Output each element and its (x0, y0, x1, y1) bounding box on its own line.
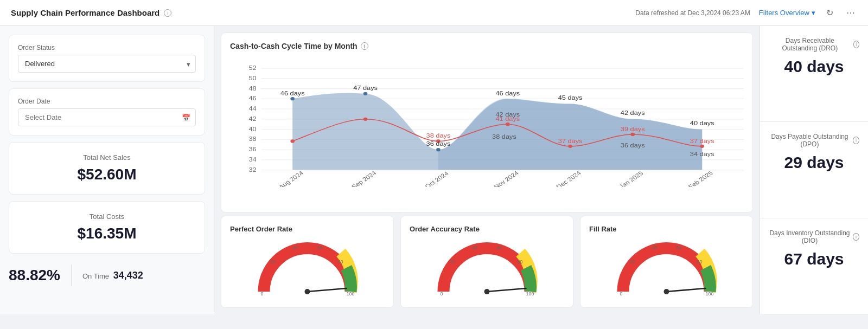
total-net-sales-card: Total Net Sales $52.60M (9, 142, 205, 195)
filters-overview-button[interactable]: Filters Overview ▾ (759, 9, 815, 17)
svg-point-64 (305, 289, 310, 294)
on-time-label: On Time (82, 272, 109, 280)
svg-text:36: 36 (248, 146, 256, 152)
vertical-divider (71, 265, 72, 286)
svg-text:38 days: 38 days (426, 132, 451, 139)
svg-point-26 (506, 122, 510, 126)
svg-text:42 days: 42 days (496, 111, 520, 118)
svg-text:Aug 2024: Aug 2024 (277, 169, 304, 187)
dpo-info-icon[interactable]: i (853, 137, 859, 144)
svg-point-31 (363, 92, 368, 95)
svg-text:37 days: 37 days (558, 138, 583, 144)
order-date-label: Order Date (18, 98, 196, 105)
chevron-down-icon: ▾ (812, 9, 815, 17)
on-time-info: On Time 34,432 (82, 270, 143, 281)
order-accuracy-rate-title: Order Accuracy Rate (410, 225, 564, 233)
svg-text:48: 48 (248, 85, 256, 92)
svg-point-23 (290, 139, 295, 143)
svg-text:80: 80 (338, 259, 343, 265)
dro-value: 40 days (769, 57, 859, 76)
svg-text:20: 20 (271, 259, 276, 265)
left-panel: Order Status Delivered Pending Shipped C… (0, 26, 214, 314)
dashboard-title: Supply Chain Performance Dashboard (11, 8, 159, 17)
main-layout: Order Status Delivered Pending Shipped C… (0, 26, 868, 329)
order-status-card: Order Status Delivered Pending Shipped C… (9, 35, 205, 82)
chart-title: Cash-to-Cash Cycle Time by Month i (230, 42, 744, 50)
order-date-card: Order Date 📅 (9, 88, 205, 136)
svg-text:0: 0 (620, 291, 623, 296)
svg-text:34: 34 (248, 156, 257, 163)
svg-text:60: 60 (497, 245, 502, 250)
dpo-label: Days Payable Outstanding (DPO) i (769, 133, 859, 148)
svg-text:Feb 2025: Feb 2025 (687, 170, 714, 187)
top-bar-right: Data refreshed at Dec 3,2024 06:23 AM Fi… (635, 5, 857, 20)
fill-rate-card: Fill Rate 0 20 40 60 80 100 (580, 216, 753, 308)
order-accuracy-gauge: 0 20 40 60 80 100 (410, 237, 564, 297)
svg-text:46 days: 46 days (280, 90, 305, 96)
svg-text:60: 60 (676, 245, 682, 250)
svg-text:47 days: 47 days (353, 85, 378, 91)
svg-text:20: 20 (450, 259, 456, 265)
order-status-label: Order Status (18, 44, 196, 51)
svg-text:Jan 2025: Jan 2025 (617, 170, 644, 187)
total-net-sales-label: Total Net Sales (18, 153, 196, 162)
svg-text:100: 100 (526, 291, 534, 296)
dpo-value: 29 days (769, 153, 859, 172)
svg-text:40: 40 (652, 245, 658, 250)
total-net-sales-value: $52.60M (18, 166, 196, 183)
top-bar-left: Supply Chain Performance Dashboard i (11, 8, 171, 17)
right-panel: Days Receivable Outstanding (DRO) i 40 d… (760, 26, 868, 314)
total-costs-label: Total Costs (18, 212, 196, 221)
refresh-icon[interactable]: ↻ (824, 5, 835, 20)
svg-text:Oct 2024: Oct 2024 (423, 170, 450, 187)
svg-text:0: 0 (261, 291, 264, 296)
chart-info-icon[interactable]: i (361, 42, 368, 50)
svg-text:80: 80 (697, 259, 703, 265)
dpo-card: Days Payable Outstanding (DPO) i 29 days (760, 122, 868, 218)
top-bar: Supply Chain Performance Dashboard i Dat… (0, 0, 868, 26)
svg-text:36 days: 36 days (426, 140, 451, 147)
gauge-row: Perfect Order Rate 0 20 40 60 80 (221, 216, 753, 308)
dro-label: Days Receivable Outstanding (DRO) i (769, 37, 859, 52)
order-accuracy-rate-card: Order Accuracy Rate 0 20 40 60 80 100 (400, 216, 573, 308)
center-panel: Cash-to-Cash Cycle Time by Month i (214, 26, 760, 314)
title-info-icon[interactable]: i (164, 9, 171, 17)
svg-point-29 (700, 145, 704, 148)
on-time-percentage: 88.82% (9, 267, 60, 284)
dio-value: 67 days (769, 250, 859, 268)
fill-rate-title: Fill Rate (589, 225, 744, 233)
more-options-icon[interactable]: ⋯ (844, 5, 857, 20)
date-input[interactable] (18, 108, 196, 126)
dio-info-icon[interactable]: i (853, 233, 859, 241)
svg-text:40: 40 (248, 126, 257, 132)
order-status-select[interactable]: Delivered Pending Shipped Cancelled (18, 55, 196, 73)
svg-point-27 (568, 145, 572, 148)
dro-info-icon[interactable]: i (853, 41, 859, 48)
svg-text:46 days: 46 days (496, 90, 520, 96)
bottom-stats: 88.82% On Time 34,432 (9, 260, 205, 286)
svg-point-28 (630, 133, 635, 136)
svg-text:Dec 2024: Dec 2024 (554, 169, 582, 187)
svg-text:42: 42 (248, 115, 256, 122)
svg-text:44: 44 (248, 105, 257, 112)
cash-cycle-chart: 32 34 36 38 40 42 44 46 48 50 52 (230, 57, 744, 187)
svg-text:36 days: 36 days (621, 142, 645, 149)
svg-text:50: 50 (248, 75, 257, 81)
svg-point-24 (363, 118, 368, 121)
svg-text:37 days: 37 days (690, 138, 714, 144)
svg-point-30 (290, 97, 295, 100)
svg-text:100: 100 (706, 291, 714, 296)
svg-text:80: 80 (518, 259, 523, 265)
svg-text:42 days: 42 days (621, 110, 645, 117)
perfect-order-rate-card: Perfect Order Rate 0 20 40 60 80 (221, 216, 394, 308)
perfect-order-gauge: 0 20 40 60 80 100 (230, 237, 385, 297)
svg-text:45 days: 45 days (558, 94, 583, 101)
total-costs-card: Total Costs $16.35M (9, 201, 205, 254)
svg-text:38: 38 (248, 136, 256, 143)
fill-rate-gauge: 0 20 40 60 80 100 (589, 237, 744, 297)
total-costs-value: $16.35M (18, 225, 196, 242)
date-input-wrapper: 📅 (18, 108, 196, 126)
svg-text:32: 32 (248, 166, 256, 173)
on-time-count: 34,432 (113, 270, 143, 281)
svg-text:Nov 2024: Nov 2024 (492, 169, 520, 187)
